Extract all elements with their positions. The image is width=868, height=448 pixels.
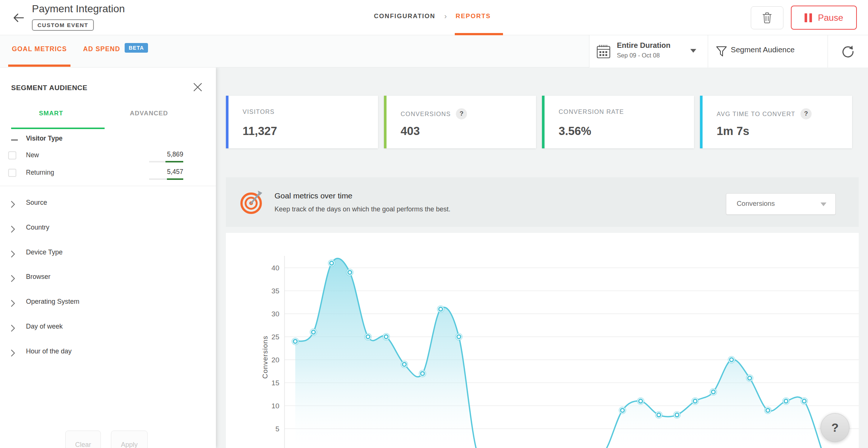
apply-button[interactable]: Apply: [111, 431, 148, 448]
option-bar: [149, 178, 183, 180]
section-label: Operating System: [26, 298, 79, 306]
checkbox-returning[interactable]: [8, 169, 16, 177]
back-arrow-icon: [11, 10, 26, 25]
svg-text:25: 25: [272, 333, 279, 341]
metric-select-dropdown[interactable]: Conversions: [726, 193, 836, 215]
pause-button[interactable]: Pause: [791, 6, 857, 30]
breadcrumb-reports[interactable]: REPORTS: [456, 13, 491, 20]
report-toolbar: GOAL METRICS AD SPEND BETA Entire Durati…: [0, 35, 868, 67]
section-device-type[interactable]: Device Type: [0, 248, 216, 263]
metric-value: 11,327: [243, 125, 277, 138]
option-value: 5,457: [134, 168, 183, 176]
help-icon[interactable]: ?: [456, 108, 467, 119]
chart-axis-labels: 510152025303540Conversions: [261, 264, 279, 433]
dropdown-selected-value: Conversions: [737, 200, 775, 208]
metric-label: CONVERSION RATE: [559, 108, 624, 115]
tab-ad-spend[interactable]: AD SPEND: [83, 45, 120, 53]
goal-metrics-banner: Goal metrics over time Keep track of the…: [226, 177, 859, 227]
section-operating-system[interactable]: Operating System: [0, 297, 216, 312]
chart-series: [292, 258, 822, 448]
metric-label: AVG TIME TO CONVERT: [717, 111, 795, 118]
section-label: Country: [26, 224, 49, 231]
chevron-right-icon: ›: [444, 12, 447, 20]
goal-metrics-active-underline: [8, 65, 70, 67]
option-label: Returning: [26, 169, 54, 177]
divider: [0, 186, 216, 186]
date-range-label: Entire Duration: [617, 41, 670, 50]
section-label: Visitor Type: [26, 135, 63, 142]
refresh-button[interactable]: [828, 35, 868, 67]
pause-icon: [805, 13, 812, 22]
chevron-right-icon: [10, 324, 16, 332]
tab-smart[interactable]: SMART: [39, 110, 63, 117]
close-panel-button[interactable]: [193, 82, 203, 93]
svg-text:20: 20: [272, 356, 279, 364]
metric-card-conversion-rate: CONVERSION RATE 3.56%: [542, 96, 694, 148]
date-range-picker[interactable]: Entire Duration Sep 09 - Oct 08: [589, 35, 708, 67]
svg-text:15: 15: [272, 379, 279, 387]
caret-down-icon: [690, 49, 696, 53]
svg-text:30: 30: [272, 310, 279, 318]
section-visitor-type[interactable]: Visitor Type: [0, 134, 216, 147]
smart-active-underline: [11, 128, 105, 129]
section-label: Browser: [26, 273, 50, 281]
option-value: 5,869: [134, 151, 183, 158]
tab-goal-metrics[interactable]: GOAL METRICS: [12, 45, 67, 53]
section-label: Source: [26, 199, 47, 207]
chevron-right-icon: [10, 250, 16, 258]
caret-down-icon: [821, 202, 826, 206]
breadcrumb-configuration[interactable]: CONFIGURATION: [374, 13, 435, 20]
help-icon[interactable]: ?: [800, 108, 812, 119]
calendar-icon: [596, 44, 611, 59]
section-source[interactable]: Source: [0, 198, 216, 213]
metric-card-avg-time-to-convert: AVG TIME TO CONVERT ? 1m 7s: [700, 96, 852, 148]
section-browser[interactable]: Browser: [0, 272, 216, 287]
page-title: Payment Integration: [32, 3, 125, 15]
target-goal-icon: [240, 189, 264, 214]
beta-badge: BETA: [125, 43, 148, 53]
segment-audience-label: Segment Audience: [731, 45, 795, 54]
metric-label: VISITORS: [243, 108, 274, 115]
header-bar: Payment Integration CUSTOM EVENT CONFIGU…: [0, 0, 868, 35]
chevron-right-icon: [10, 200, 16, 208]
chevron-right-icon: [10, 299, 16, 307]
refresh-icon: [841, 45, 855, 59]
chevron-right-icon: [10, 225, 16, 233]
help-button[interactable]: ?: [821, 413, 849, 442]
conversions-area-chart[interactable]: 510152025303540Conversions: [226, 233, 859, 448]
svg-text:10: 10: [272, 402, 279, 410]
breadcrumb: CONFIGURATION › REPORTS: [374, 12, 491, 20]
section-country[interactable]: Country: [0, 223, 216, 238]
pause-button-label: Pause: [818, 13, 843, 23]
metric-card-conversions: CONVERSIONS ? 403: [384, 96, 536, 148]
section-day-of-week[interactable]: Day of week: [0, 322, 216, 337]
option-label: New: [26, 151, 39, 159]
app-root: Payment Integration CUSTOM EVENT CONFIGU…: [0, 0, 868, 448]
goal-metrics-chart-card: 510152025303540Conversions: [226, 233, 859, 448]
metric-card-visitors: VISITORS 11,327: [226, 96, 378, 148]
svg-text:5: 5: [275, 425, 279, 433]
goal-banner-title: Goal metrics over time: [274, 191, 352, 200]
segment-audience-button[interactable]: Segment Audience: [708, 35, 828, 67]
metric-value: 3.56%: [559, 125, 591, 138]
tab-advanced[interactable]: ADVANCED: [130, 110, 168, 117]
section-hour-of-the-day[interactable]: Hour of the day: [0, 347, 216, 362]
segment-audience-panel: SEGMENT AUDIENCE SMART ADVANCED Visitor …: [0, 67, 216, 448]
back-button[interactable]: [11, 10, 26, 25]
visitor-option-returning: Returning 5,457: [0, 168, 216, 183]
close-icon: [193, 82, 203, 92]
section-label: Device Type: [26, 248, 63, 256]
goal-banner-subtitle: Keep track of the days on which the goal…: [274, 205, 450, 213]
checkbox-new[interactable]: [8, 151, 16, 159]
section-label: Day of week: [26, 323, 63, 330]
svg-text:Conversions: Conversions: [261, 336, 269, 379]
clear-button[interactable]: Clear: [65, 431, 101, 448]
custom-event-badge: CUSTOM EVENT: [32, 19, 94, 31]
panel-title: SEGMENT AUDIENCE: [11, 84, 88, 92]
delete-button[interactable]: [751, 6, 783, 29]
section-label: Hour of the day: [26, 347, 72, 355]
visitor-option-new: New 5,869: [0, 151, 216, 165]
svg-text:35: 35: [272, 287, 279, 295]
date-range-value: Sep 09 - Oct 08: [617, 52, 660, 59]
svg-text:40: 40: [272, 264, 279, 272]
